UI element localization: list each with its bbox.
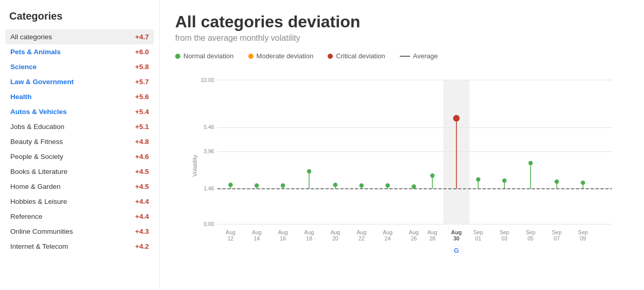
category-value: +5.6 xyxy=(135,93,149,101)
category-name: Hobbies & Leisure xyxy=(10,198,67,205)
category-name: Jobs & Education xyxy=(10,123,64,131)
svg-text:Aug: Aug xyxy=(357,229,366,235)
category-list: All categories+4.7Pets & Animals+6.0Scie… xyxy=(5,29,154,254)
legend-normal: Normal deviation xyxy=(175,52,234,60)
category-name: Pets & Animals xyxy=(10,48,61,56)
svg-text:28: 28 xyxy=(429,235,435,241)
svg-text:Aug: Aug xyxy=(383,229,393,235)
svg-text:20: 20 xyxy=(332,235,338,241)
svg-text:16: 16 xyxy=(280,235,286,241)
category-item[interactable]: Health+5.6 xyxy=(5,89,154,104)
category-value: +4.7 xyxy=(135,33,149,41)
svg-text:22: 22 xyxy=(359,235,365,241)
moderate-dot-icon xyxy=(248,54,253,59)
category-item[interactable]: Internet & Telecom+4.2 xyxy=(5,239,154,254)
category-item[interactable]: Law & Government+5.7 xyxy=(5,74,154,89)
svg-text:18: 18 xyxy=(306,235,312,241)
svg-text:5.46: 5.46 xyxy=(204,124,214,130)
svg-text:Aug: Aug xyxy=(409,229,419,235)
svg-text:Sep: Sep xyxy=(578,229,588,235)
category-name: Autos & Vehicles xyxy=(10,108,67,116)
normal-dot-icon xyxy=(175,54,180,59)
svg-text:03: 03 xyxy=(501,235,507,241)
svg-text:Aug: Aug xyxy=(226,229,235,235)
svg-text:14: 14 xyxy=(253,235,260,241)
category-name: Internet & Telecom xyxy=(10,243,68,250)
category-name: Law & Government xyxy=(10,78,74,86)
svg-point-19 xyxy=(307,169,311,173)
svg-text:0.00: 0.00 xyxy=(204,221,214,227)
svg-text:09: 09 xyxy=(580,235,586,241)
svg-point-23 xyxy=(359,183,363,187)
category-item[interactable]: People & Society+4.6 xyxy=(5,149,154,164)
svg-text:Sep: Sep xyxy=(473,229,483,235)
category-item[interactable]: Online Communities+4.3 xyxy=(5,224,154,239)
category-name: People & Society xyxy=(10,153,63,160)
svg-text:26: 26 xyxy=(411,235,417,241)
category-item[interactable]: Beauty & Fitness+4.8 xyxy=(5,134,154,149)
svg-text:Sep: Sep xyxy=(552,229,562,235)
category-name: Online Communities xyxy=(10,228,73,235)
svg-point-39 xyxy=(554,180,558,184)
legend-moderate: Moderate deviation xyxy=(248,52,314,60)
svg-text:12: 12 xyxy=(228,235,234,241)
category-value: +5.7 xyxy=(135,78,149,86)
category-item[interactable]: Pets & Animals+6.0 xyxy=(5,44,154,59)
category-item[interactable]: Books & Literature+4.5 xyxy=(5,164,154,179)
svg-point-41 xyxy=(581,181,585,185)
category-item[interactable]: Autos & Vehicles+5.4 xyxy=(5,104,154,119)
svg-text:G: G xyxy=(454,247,459,254)
sidebar-title: Categories xyxy=(5,10,154,22)
legend-moderate-label: Moderate deviation xyxy=(257,52,314,60)
svg-text:Aug: Aug xyxy=(278,229,288,235)
category-value: +5.4 xyxy=(135,108,149,116)
category-value: +4.8 xyxy=(135,138,149,146)
critical-dot-icon xyxy=(328,54,333,59)
svg-point-15 xyxy=(255,183,259,187)
category-item[interactable]: Reference+4.4 xyxy=(5,209,154,224)
svg-point-25 xyxy=(385,183,389,187)
category-name: Health xyxy=(10,93,31,101)
deviation-chart: Volatility 10.00 5.46 3.96 1.46 0.00 xyxy=(175,70,629,256)
svg-text:01: 01 xyxy=(475,235,481,241)
category-value: +4.5 xyxy=(135,183,149,190)
svg-text:Sep: Sep xyxy=(500,229,510,235)
sidebar: Categories All categories+4.7Pets & Anim… xyxy=(0,0,160,290)
category-item[interactable]: Home & Garden+4.5 xyxy=(5,179,154,194)
legend-average: Average xyxy=(400,52,438,60)
category-item[interactable]: Hobbies & Leisure+4.4 xyxy=(5,194,154,209)
svg-text:05: 05 xyxy=(528,235,534,241)
category-value: +4.2 xyxy=(135,243,149,250)
svg-text:3.96: 3.96 xyxy=(204,148,214,154)
svg-point-27 xyxy=(412,184,416,188)
category-name: Reference xyxy=(10,213,42,220)
category-name: Science xyxy=(10,63,37,71)
svg-text:Aug: Aug xyxy=(252,229,262,235)
category-name: Beauty & Fitness xyxy=(10,138,63,146)
category-value: +5.8 xyxy=(135,63,149,71)
category-item[interactable]: All categories+4.7 xyxy=(5,29,154,44)
category-item[interactable]: Jobs & Education+5.1 xyxy=(5,119,154,134)
chart-title: All categories deviation xyxy=(175,12,629,31)
category-value: +4.4 xyxy=(135,213,149,220)
svg-point-35 xyxy=(502,179,506,183)
category-value: +4.3 xyxy=(135,228,149,235)
average-dash-icon xyxy=(400,56,410,57)
svg-point-37 xyxy=(529,161,533,165)
category-name: Home & Garden xyxy=(10,183,61,190)
category-value: +5.1 xyxy=(135,123,149,131)
svg-text:Aug: Aug xyxy=(428,229,437,235)
category-name: All categories xyxy=(10,33,52,41)
category-value: +4.5 xyxy=(135,168,149,175)
category-item[interactable]: Science+5.8 xyxy=(5,59,154,74)
legend-critical: Critical deviation xyxy=(328,52,385,60)
svg-text:07: 07 xyxy=(554,235,560,241)
svg-text:24: 24 xyxy=(385,235,391,241)
chart-subtitle: from the average monthly volatility xyxy=(175,34,629,43)
chart-legend: Normal deviation Moderate deviation Crit… xyxy=(175,52,629,60)
category-value: +4.4 xyxy=(135,198,149,205)
svg-text:30: 30 xyxy=(453,235,460,241)
svg-text:Volatility: Volatility xyxy=(191,155,198,177)
svg-text:Sep: Sep xyxy=(526,229,535,235)
legend-critical-label: Critical deviation xyxy=(336,52,385,60)
